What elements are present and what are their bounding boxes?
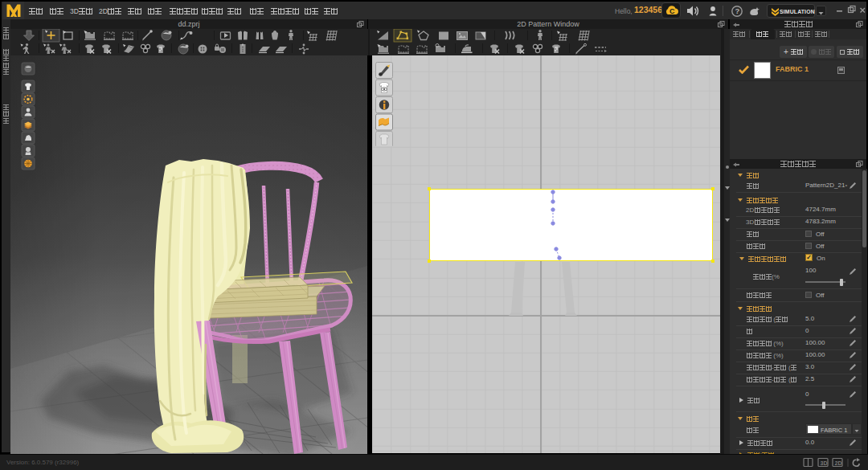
svg-text:2D: 2D bbox=[835, 460, 842, 466]
svg-text:?: ? bbox=[735, 6, 739, 15]
svg-text:3D: 3D bbox=[821, 460, 828, 466]
svg-text:C: C bbox=[669, 7, 675, 15]
